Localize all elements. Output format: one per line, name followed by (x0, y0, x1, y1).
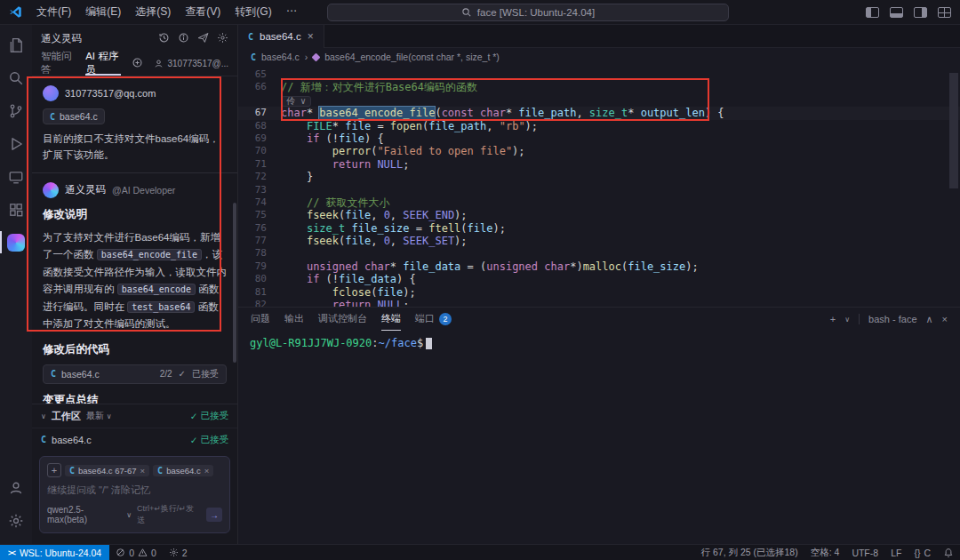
breadcrumb[interactable]: C base64.c › base64_encode_file(const ch… (238, 48, 960, 66)
chip-close-icon[interactable]: × (140, 466, 146, 476)
lingma-icon[interactable] (0, 226, 32, 259)
info-icon[interactable] (178, 32, 189, 45)
menu-item[interactable]: 查看(V) (178, 4, 228, 20)
add-context-button[interactable]: + (47, 463, 61, 477)
assistant-avatar (43, 182, 59, 198)
user-avatar (43, 85, 59, 101)
code-line: 77 fseek(file, 0, SEEK_SET); (238, 235, 960, 247)
language-indicator[interactable]: {}C (908, 545, 937, 560)
search-sidebar-icon[interactable] (0, 61, 32, 94)
remote-explorer-icon[interactable] (0, 160, 32, 193)
cursor-position[interactable]: 行 67, 列 25 (已选择18) (695, 545, 804, 560)
accepted-code-chip[interactable]: C base64.c 2/2 ✓ 已接受 (43, 364, 227, 384)
workspace-accept-status[interactable]: ✓已接受 (190, 410, 228, 422)
tab-ai-programmer[interactable]: AI 程序员 (85, 52, 121, 76)
status-bar: >< WSL: Ubuntu-24.04 0 0 2 行 67, 列 25 (已… (0, 544, 960, 560)
section-summary-title: 变更点总结 (43, 393, 227, 404)
code-line: 66// 新增：对文件进行Base64编码的函数 (238, 81, 960, 93)
eol-indicator[interactable]: LF (884, 545, 908, 560)
menu-item[interactable]: 文件(F) (29, 4, 78, 20)
problems-indicator[interactable]: 0 0 (109, 545, 163, 560)
breadcrumb-file[interactable]: base64.c (261, 52, 300, 62)
user-file-chip[interactable]: C base64.c (43, 108, 105, 124)
toggle-sidebar-icon[interactable] (866, 7, 879, 18)
command-center-search[interactable]: face [WSL: Ubuntu-24.04] (327, 4, 729, 21)
assistant-badge: @AI Developer (112, 185, 175, 196)
new-chat-icon[interactable] (132, 57, 143, 70)
divider (32, 172, 237, 173)
sidebar-settings-icon[interactable] (217, 32, 228, 45)
file-accept-status[interactable]: ✓已接受 (190, 434, 228, 446)
vscode-window: 文件(F)编辑(E)选择(S)查看(V)转到(G)⋯ ← → face [WSL… (0, 0, 960, 560)
braces-icon: {} (914, 548, 920, 558)
menu-item[interactable]: ⋯ (279, 4, 304, 20)
vscode-logo-icon (9, 5, 22, 19)
terminal-dropdown-icon[interactable]: ∨ (844, 316, 850, 324)
workspace-label: 工作区 (52, 410, 81, 423)
send-button[interactable]: → (206, 508, 222, 522)
chip-progress: 2/2 (160, 369, 172, 379)
panel-tab[interactable]: 问题 (251, 308, 270, 331)
panel-tab[interactable]: 输出 (284, 308, 304, 331)
inline-code: test_base64 (127, 301, 195, 313)
menu-item[interactable]: 转到(G) (228, 4, 278, 20)
source-control-icon[interactable] (0, 94, 32, 127)
lingma-sidebar: 通义灵码 智能问答 AI 程序员 310773517@... (32, 25, 238, 544)
panel-tab-bar: 问题输出调试控制台终端端口2 + ∨ bash - face ∧ × (238, 308, 960, 331)
tab-close-icon[interactable]: × (308, 30, 314, 43)
c-file-icon: C (157, 466, 163, 476)
tasks-indicator[interactable]: 2 (163, 545, 194, 560)
code-editor[interactable]: 6566// 新增：对文件进行Base64编码的函数伶 ∨67char* bas… (238, 66, 960, 307)
menu-item[interactable]: 选择(S) (128, 4, 178, 20)
remote-icon: >< (8, 548, 15, 557)
tab-smart-qa[interactable]: 智能问答 (41, 52, 75, 76)
sidebar-scrollbar[interactable] (233, 203, 236, 363)
workspace-filter[interactable]: 最新 ∨ (86, 410, 112, 422)
workspace-header-row[interactable]: ∨ 工作区 最新 ∨ ✓已接受 (32, 404, 237, 428)
code-line: 73 (238, 184, 960, 196)
explorer-icon[interactable] (0, 28, 32, 61)
account-icon[interactable] (0, 471, 32, 504)
new-terminal-icon[interactable]: + (830, 314, 836, 324)
customize-layout-icon[interactable] (938, 7, 951, 18)
run-debug-icon[interactable] (0, 127, 32, 160)
menu-bar: 文件(F)编辑(E)选择(S)查看(V)转到(G)⋯ (29, 4, 304, 20)
panel-close-icon[interactable]: × (942, 314, 948, 324)
workspace-file-row[interactable]: C base64.c ✓已接受 (32, 428, 237, 451)
editor-scrollbar[interactable] (949, 73, 958, 188)
panel-tab[interactable]: 端口2 (415, 308, 452, 331)
modify-description: 为了支持对文件进行Base64编码，新增了一个函数 base64_encode_… (43, 229, 227, 333)
panel-tab[interactable]: 调试控制台 (318, 308, 367, 331)
terminal[interactable]: gyl@L-R91JJ7WJ-0920:~/face$ (238, 331, 960, 544)
context-chip[interactable]: Cbase64.c× (153, 465, 213, 476)
panel-tab[interactable]: 终端 (381, 308, 401, 331)
tab-base64c[interactable]: C base64.c × (238, 25, 324, 48)
section-code-title: 修改后的代码 (43, 342, 227, 357)
encoding-indicator[interactable]: UTF-8 (845, 545, 884, 560)
section-modify-title: 修改说明 (43, 207, 227, 222)
toggle-secondary-sidebar-icon[interactable] (914, 7, 927, 18)
lingma-inline-widget[interactable]: 伶 ∨ (281, 96, 311, 107)
model-selector[interactable]: qwen2.5-max(beta)∨ (47, 505, 132, 524)
breadcrumb-symbol[interactable]: base64_encode_file(const char *, size_t … (324, 52, 500, 62)
feedback-icon[interactable] (197, 32, 209, 45)
remote-indicator[interactable]: >< WSL: Ubuntu-24.04 (0, 545, 109, 560)
context-chip[interactable]: Cbase64.c 67-67× (65, 465, 149, 476)
notifications-bell[interactable] (937, 545, 960, 560)
history-icon[interactable] (158, 32, 170, 45)
line-number (238, 94, 267, 107)
c-file-icon: C (251, 52, 256, 62)
menu-item[interactable]: 编辑(E) (78, 4, 128, 20)
settings-gear-icon[interactable] (0, 504, 32, 537)
workspace-section: ∨ 工作区 最新 ∨ ✓已接受 C base64.c ✓已接受 (32, 404, 237, 451)
extensions-icon[interactable] (0, 193, 32, 226)
terminal-instance-label[interactable]: bash - face (868, 314, 916, 324)
account-label[interactable]: 310773517@... (154, 59, 228, 68)
send-hint: Ctrl+↵换行/↵发送 (137, 503, 201, 526)
chip-close-icon[interactable]: × (204, 466, 210, 476)
toggle-panel-icon[interactable] (890, 7, 903, 18)
chat-input[interactable]: 继续提问或 "/" 清除记忆 (47, 484, 222, 497)
indent-indicator[interactable]: 空格: 4 (804, 545, 846, 560)
panel-maximize-icon[interactable]: ∧ (926, 314, 933, 325)
terminal-cursor (426, 338, 432, 349)
